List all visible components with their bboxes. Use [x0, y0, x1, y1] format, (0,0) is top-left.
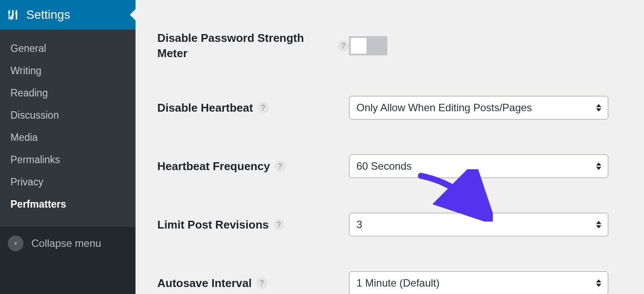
select-autosave-interval[interactable]: 1 Minute (Default) [349, 271, 608, 294]
select-value: 60 Seconds [356, 160, 412, 172]
sidebar-item-discussion[interactable]: Discussion [0, 104, 136, 126]
setting-row-limit-post-revisions: Limit Post Revisions ? 3 [157, 195, 618, 254]
setting-row-autosave-interval: Autosave Interval ? 1 Minute (Default) [157, 254, 618, 294]
sidebar-section-label: Settings [26, 8, 70, 22]
sidebar-item-privacy[interactable]: Privacy [0, 171, 136, 193]
select-value: 1 Minute (Default) [356, 277, 440, 289]
help-icon[interactable]: ? [273, 219, 285, 230]
toggle-knob [351, 38, 366, 54]
select-stepper-icon [596, 163, 602, 170]
sidebar-item-reading[interactable]: Reading [0, 82, 136, 104]
select-heartbeat-frequency[interactable]: 60 Seconds [349, 154, 608, 178]
setting-label: Autosave Interval [157, 276, 252, 291]
sidebar-item-general[interactable]: General [0, 38, 136, 60]
sidebar-item-label: Media [10, 132, 38, 143]
setting-label: Disable Heartbeat [157, 100, 253, 116]
select-stepper-icon [596, 221, 602, 229]
setting-row-heartbeat-frequency: Heartbeat Frequency ? 60 Seconds [157, 137, 618, 195]
help-icon[interactable]: ? [338, 40, 349, 51]
sidebar-item-media[interactable]: Media [0, 126, 136, 149]
select-value: Only Allow When Editing Posts/Pages [356, 102, 532, 114]
sidebar-item-label: Discussion [10, 109, 59, 121]
sidebar-item-perfmatters[interactable]: Perfmatters [0, 193, 136, 215]
collapse-menu-button[interactable]: Collapse menu [0, 227, 136, 260]
svg-rect-0 [8, 12, 10, 14]
setting-label: Disable Password Strength Meter [157, 31, 333, 61]
sidebar-item-label: Perfmatters [10, 198, 66, 210]
setting-row-disable-heartbeat: Disable Heartbeat ? Only Allow When Edit… [157, 79, 618, 137]
help-icon[interactable]: ? [258, 102, 269, 113]
svg-rect-1 [12, 15, 14, 17]
sidebar-item-label: Writing [10, 65, 41, 76]
select-stepper-icon [596, 280, 602, 287]
sidebar-item-label: Reading [10, 87, 48, 99]
sliders-icon [6, 8, 19, 21]
sidebar-item-label: Permalinks [10, 154, 60, 165]
sidebar-item-writing[interactable]: Writing [0, 60, 136, 82]
sidebar-item-label: Privacy [10, 176, 43, 188]
sidebar-item-permalinks[interactable]: Permalinks [0, 149, 136, 171]
admin-sidebar: Settings General Writing Reading Discuss… [0, 0, 136, 294]
select-limit-post-revisions[interactable]: 3 [349, 213, 608, 236]
select-disable-heartbeat[interactable]: Only Allow When Editing Posts/Pages [349, 96, 608, 120]
sidebar-submenu: General Writing Reading Discussion Media… [0, 30, 136, 227]
sidebar-item-label: General [10, 43, 46, 54]
setting-label: Heartbeat Frequency [157, 159, 270, 174]
sidebar-section-settings[interactable]: Settings [0, 0, 136, 30]
svg-rect-2 [15, 13, 17, 14]
select-value: 3 [356, 219, 362, 231]
toggle-password-meter[interactable] [349, 36, 387, 55]
collapse-menu-label: Collapse menu [31, 237, 101, 250]
setting-row-password-meter: Disable Password Strength Meter ? [157, 0, 618, 79]
help-icon[interactable]: ? [256, 277, 268, 289]
help-icon[interactable]: ? [275, 161, 286, 172]
select-stepper-icon [596, 104, 602, 112]
setting-label: Limit Post Revisions [157, 217, 269, 232]
settings-panel: Disable Password Strength Meter ? Disabl… [136, 0, 644, 294]
collapse-icon [8, 236, 24, 251]
